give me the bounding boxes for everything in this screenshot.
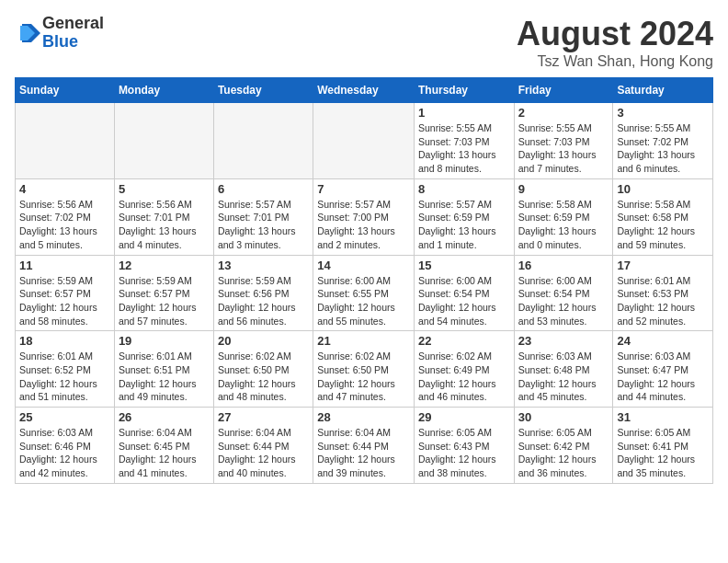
weekday-header-saturday: Saturday: [613, 78, 713, 103]
cell-content: Sunrise: 5:55 AM Sunset: 7:03 PM Dayligh…: [418, 121, 510, 176]
calendar-cell: [213, 103, 313, 179]
day-number: 28: [317, 410, 410, 424]
header: General Blue August 2024 Tsz Wan Shan, H…: [15, 15, 713, 70]
cell-content: Sunrise: 6:03 AM Sunset: 6:48 PM Dayligh…: [518, 350, 609, 404]
day-number: 6: [218, 182, 309, 196]
logo-line2: Blue: [42, 32, 78, 51]
calendar-cell: 28Sunrise: 6:04 AM Sunset: 6:44 PM Dayli…: [313, 408, 415, 484]
day-number: 2: [518, 106, 609, 120]
cell-content: Sunrise: 6:02 AM Sunset: 6:50 PM Dayligh…: [317, 350, 410, 404]
week-row-4: 18Sunrise: 6:01 AM Sunset: 6:52 PM Dayli…: [16, 331, 713, 408]
calendar-cell: 31Sunrise: 6:05 AM Sunset: 6:41 PM Dayli…: [613, 408, 713, 484]
cell-content: Sunrise: 6:00 AM Sunset: 6:54 PM Dayligh…: [518, 274, 609, 328]
calendar-cell: 22Sunrise: 6:02 AM Sunset: 6:49 PM Dayli…: [414, 331, 514, 408]
day-number: 31: [617, 410, 709, 424]
cell-content: Sunrise: 6:01 AM Sunset: 6:53 PM Dayligh…: [617, 274, 709, 328]
day-number: 26: [119, 410, 210, 424]
weekday-header-wednesday: Wednesday: [313, 78, 415, 103]
cell-content: Sunrise: 5:55 AM Sunset: 7:03 PM Dayligh…: [518, 121, 609, 176]
calendar-cell: 11Sunrise: 5:59 AM Sunset: 6:57 PM Dayli…: [16, 255, 115, 331]
weekday-header-row: SundayMondayTuesdayWednesdayThursdayFrid…: [16, 78, 713, 103]
day-number: 30: [518, 410, 609, 424]
day-number: 10: [617, 182, 709, 196]
calendar-cell: 18Sunrise: 6:01 AM Sunset: 6:52 PM Dayli…: [16, 331, 115, 408]
week-row-5: 25Sunrise: 6:03 AM Sunset: 6:46 PM Dayli…: [16, 408, 713, 484]
calendar-cell: 4Sunrise: 5:56 AM Sunset: 7:02 PM Daylig…: [16, 178, 115, 255]
calendar-cell: 21Sunrise: 6:02 AM Sunset: 6:50 PM Dayli…: [313, 331, 415, 408]
calendar-cell: 15Sunrise: 6:00 AM Sunset: 6:54 PM Dayli…: [414, 255, 514, 331]
cell-content: Sunrise: 6:03 AM Sunset: 6:47 PM Dayligh…: [617, 350, 709, 404]
day-number: 12: [119, 259, 210, 272]
cell-content: Sunrise: 5:56 AM Sunset: 7:02 PM Dayligh…: [19, 198, 110, 252]
calendar-cell: 13Sunrise: 5:59 AM Sunset: 6:56 PM Dayli…: [213, 255, 313, 331]
day-number: 7: [317, 182, 410, 196]
day-number: 8: [418, 182, 510, 196]
calendar-cell: 12Sunrise: 5:59 AM Sunset: 6:57 PM Dayli…: [114, 255, 213, 331]
calendar-cell: 7Sunrise: 5:57 AM Sunset: 7:00 PM Daylig…: [313, 178, 415, 255]
day-number: 16: [518, 259, 609, 272]
day-number: 5: [119, 182, 210, 196]
month-year: August 2024: [517, 15, 713, 53]
calendar-cell: 19Sunrise: 6:01 AM Sunset: 6:51 PM Dayli…: [114, 331, 213, 408]
calendar-cell: 8Sunrise: 5:57 AM Sunset: 6:59 PM Daylig…: [414, 178, 514, 255]
cell-content: Sunrise: 6:01 AM Sunset: 6:52 PM Dayligh…: [19, 350, 110, 404]
cell-content: Sunrise: 6:00 AM Sunset: 6:54 PM Dayligh…: [418, 274, 510, 328]
weekday-header-friday: Friday: [514, 78, 613, 103]
day-number: 3: [617, 106, 709, 120]
cell-content: Sunrise: 6:00 AM Sunset: 6:55 PM Dayligh…: [317, 274, 410, 328]
cell-content: Sunrise: 6:05 AM Sunset: 6:41 PM Dayligh…: [617, 426, 709, 480]
day-number: 14: [317, 259, 410, 272]
day-number: 25: [19, 410, 110, 424]
logo-line1: General: [42, 15, 104, 33]
week-row-1: 1Sunrise: 5:55 AM Sunset: 7:03 PM Daylig…: [16, 103, 713, 179]
cell-content: Sunrise: 6:05 AM Sunset: 6:43 PM Dayligh…: [418, 426, 510, 480]
day-number: 17: [617, 259, 709, 272]
day-number: 20: [218, 334, 309, 348]
day-number: 11: [19, 259, 110, 272]
calendar-cell: 9Sunrise: 5:58 AM Sunset: 6:59 PM Daylig…: [514, 178, 613, 255]
weekday-header-monday: Monday: [114, 78, 213, 103]
cell-content: Sunrise: 5:57 AM Sunset: 6:59 PM Dayligh…: [418, 198, 510, 252]
cell-content: Sunrise: 6:02 AM Sunset: 6:49 PM Dayligh…: [418, 350, 510, 404]
cell-content: Sunrise: 5:56 AM Sunset: 7:01 PM Dayligh…: [119, 198, 210, 252]
calendar-cell: 6Sunrise: 5:57 AM Sunset: 7:01 PM Daylig…: [213, 178, 313, 255]
day-number: 4: [19, 182, 110, 196]
calendar-cell: 2Sunrise: 5:55 AM Sunset: 7:03 PM Daylig…: [514, 103, 613, 179]
cell-content: Sunrise: 6:05 AM Sunset: 6:42 PM Dayligh…: [518, 426, 609, 480]
cell-content: Sunrise: 6:04 AM Sunset: 6:45 PM Dayligh…: [119, 426, 210, 480]
day-number: 27: [218, 410, 309, 424]
cell-content: Sunrise: 6:04 AM Sunset: 6:44 PM Dayligh…: [317, 426, 410, 480]
cell-content: Sunrise: 5:57 AM Sunset: 7:01 PM Dayligh…: [218, 198, 309, 252]
calendar-cell: 16Sunrise: 6:00 AM Sunset: 6:54 PM Dayli…: [514, 255, 613, 331]
week-row-2: 4Sunrise: 5:56 AM Sunset: 7:02 PM Daylig…: [16, 178, 713, 255]
calendar-table: SundayMondayTuesdayWednesdayThursdayFrid…: [15, 77, 713, 484]
calendar-cell: 10Sunrise: 5:58 AM Sunset: 6:58 PM Dayli…: [613, 178, 713, 255]
calendar-cell: 14Sunrise: 6:00 AM Sunset: 6:55 PM Dayli…: [313, 255, 415, 331]
cell-content: Sunrise: 5:59 AM Sunset: 6:57 PM Dayligh…: [119, 274, 210, 328]
day-number: 19: [119, 334, 210, 348]
cell-content: Sunrise: 5:59 AM Sunset: 6:57 PM Dayligh…: [19, 274, 110, 328]
weekday-header-sunday: Sunday: [16, 78, 115, 103]
logo-icon: [15, 20, 40, 46]
day-number: 1: [418, 106, 510, 120]
weekday-header-tuesday: Tuesday: [213, 78, 313, 103]
cell-content: Sunrise: 5:57 AM Sunset: 7:00 PM Dayligh…: [317, 198, 410, 252]
day-number: 29: [418, 410, 510, 424]
calendar-cell: 3Sunrise: 5:55 AM Sunset: 7:02 PM Daylig…: [613, 103, 713, 179]
logo: General Blue: [15, 15, 104, 52]
calendar-cell: 30Sunrise: 6:05 AM Sunset: 6:42 PM Dayli…: [514, 408, 613, 484]
day-number: 24: [617, 334, 709, 348]
calendar-cell: 20Sunrise: 6:02 AM Sunset: 6:50 PM Dayli…: [213, 331, 313, 408]
calendar-cell: 24Sunrise: 6:03 AM Sunset: 6:47 PM Dayli…: [613, 331, 713, 408]
cell-content: Sunrise: 6:03 AM Sunset: 6:46 PM Dayligh…: [19, 426, 110, 480]
cell-content: Sunrise: 6:01 AM Sunset: 6:51 PM Dayligh…: [119, 350, 210, 404]
calendar-cell: 23Sunrise: 6:03 AM Sunset: 6:48 PM Dayli…: [514, 331, 613, 408]
cell-content: Sunrise: 5:55 AM Sunset: 7:02 PM Dayligh…: [617, 121, 709, 176]
title-block: August 2024 Tsz Wan Shan, Hong Kong: [517, 15, 713, 70]
day-number: 22: [418, 334, 510, 348]
day-number: 9: [518, 182, 609, 196]
day-number: 23: [518, 334, 609, 348]
day-number: 18: [19, 334, 110, 348]
weekday-header-thursday: Thursday: [414, 78, 514, 103]
calendar-cell: 25Sunrise: 6:03 AM Sunset: 6:46 PM Dayli…: [16, 408, 115, 484]
